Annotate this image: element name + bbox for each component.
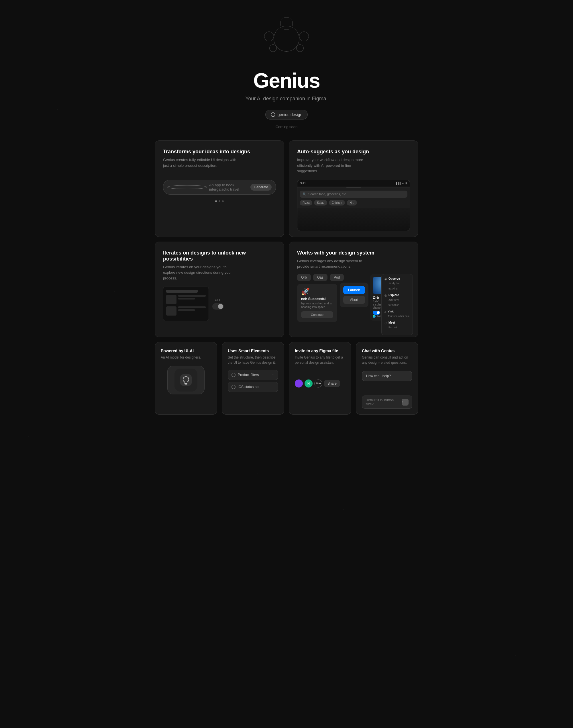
mock-line-4 [178,309,195,311]
uiai-logo [174,369,197,391]
visit-icon: ⌂ [384,310,386,313]
features-grid: Transforms your ideas into designs Geniu… [155,140,418,337]
invite-desc: Invite Genius to any file to get a perso… [295,355,345,365]
rocket-icon: 🚀 [301,288,333,296]
element-item-status: iOS status bar ⋯ [228,382,278,392]
mock-line-1 [178,295,206,297]
coming-soon-label: Coming soon [155,125,418,129]
toggle-area: OFF [212,298,224,309]
hero-subtitle: Your AI design companion in Figma. [155,96,418,102]
feature-desc-auto: Improve your workflow and design more ef… [297,157,372,174]
phone-content-area [297,208,410,231]
avatar-purple [295,380,303,388]
continue-button[interactable]: Continue [301,311,333,318]
toggle-on[interactable] [373,311,380,315]
hero-section: Genius Your AI design companion in Figma… [155,0,418,140]
avatar-you: You [314,380,322,388]
bottom-card-uiai: Powered by UI-AI An AI model for designe… [155,342,217,415]
phone-chips-row: Pizza Salad Chicken H... [297,200,410,208]
search-placeholder: Search food, groceries, etc. [308,192,347,196]
feature-card-auto: Auto-suggests as you design Improve your… [289,140,418,237]
launch-button[interactable]: Launch [343,286,365,294]
circle-right [299,32,309,41]
smart-desc: Set the structure, then describe the UI … [228,355,278,365]
chip-more: H... [347,200,357,205]
transform-input-mockup: An app to book intergalactic travel Gene… [163,180,276,195]
toggle-knob [218,304,223,309]
toggle-switch[interactable] [212,303,224,309]
iterate-mockup: OFF [163,287,276,321]
mock-lines-1 [178,295,206,304]
send-button[interactable]: ↑ [402,399,409,405]
generate-button[interactable]: Generate [250,184,272,191]
chip-chicken: Chicken [329,200,345,205]
input-placeholder-text: An app to book intergalactic travel [209,183,248,191]
uiai-logo-container [167,366,205,394]
phone-search-bar: 🔍 Search food, groceries, etc. [300,191,407,198]
battery-icon: ▮ [405,182,407,185]
sun-icon [271,112,275,117]
screen-preview [163,287,209,321]
mock-box-1 [166,295,176,304]
circle-xs-left [269,44,277,52]
feature-desc-transforms: Genius creates fully-editable UI designs… [163,157,238,168]
share-button[interactable]: Share [324,380,340,387]
invite-title: Invite to any Figma file [295,348,345,353]
feature-desc-design: Genius leverages any design system to pr… [297,258,372,270]
dot-3 [222,200,224,202]
mock-box-2 [166,306,176,316]
circle-left [264,32,274,41]
feature-title-auto: Auto-suggests as you design [297,149,410,155]
tab-pod[interactable]: Pod [330,274,344,281]
feature-desc-iterate: Genius iterates on your designs you to e… [163,264,238,281]
meet-icon: ◌ [384,321,387,325]
input-sun-icon [167,185,207,189]
feature-card-design: Works with your design system Genius lev… [289,242,418,337]
element-menu-icon-status[interactable]: ⋯ [270,385,274,389]
phone-mockup: 9:41 ▐▐▐ ▲ ▮ 🔍 Search food, groceries, e… [297,180,410,231]
sidebar-mini-panel: ◉ Observe Study the tracking. ◎ Explore … [381,274,413,335]
visit-text: Visit Tour spa other calc [387,310,409,318]
hero-decoration [261,17,312,63]
explore-text: Explore Journey t formation [388,293,410,307]
abort-button[interactable]: Abort [343,296,365,304]
phone-status-bar: 9:41 ▐▐▐ ▲ ▮ [297,180,410,187]
feature-title-design: Works with your design system [297,250,410,256]
chat-input-row[interactable]: Default iOS button size? ↑ [362,395,412,409]
tab-gas[interactable]: Gas [313,274,327,281]
bottom-card-chat: Chat with Genius Genius can consult and … [356,342,418,415]
feature-title-iterate: Iterates on designs to unlock new possib… [163,250,276,262]
sidebar-meet: ◌ Meet Focquè [384,321,410,329]
feature-card-transforms: Transforms your ideas into designs Geniu… [155,140,284,237]
element-item-filters: Product filters ⋯ [228,370,278,380]
mock-line-3 [178,306,206,308]
feature-card-iterate: Iterates on designs to unlock new possib… [155,242,284,337]
circle-arc [274,26,299,52]
signal-icon: ▐▐▐ [395,182,401,185]
chip-salad: Salad [314,200,327,205]
link-text: genius.design [278,112,302,117]
sidebar-explore: ◎ Explore Journey t formation [384,293,410,307]
bottom-card-smart: Uses Smart Elements Set the structure, t… [222,342,284,415]
element-left-status: iOS status bar [231,385,260,389]
element-left-filters: Product filters [231,373,259,377]
send-icon: ↑ [402,400,409,404]
mock-lines-2 [178,306,206,316]
mock-row-1 [166,295,206,304]
element-sun-icon-filters [231,373,236,377]
smart-title: Uses Smart Elements [228,348,278,353]
chip-pizza: Pizza [300,200,312,205]
website-link[interactable]: genius.design [265,110,308,119]
design-mockup: Orb Gas Pod 🚀 nch Successful hip was lau… [297,274,410,331]
element-menu-icon-filters[interactable]: ⋯ [270,373,274,377]
dot-1 [215,200,217,202]
toggle-off-label: OFF [215,298,221,301]
feature-title-transforms: Transforms your ideas into designs [163,149,276,155]
action-panel: Launch Abort [340,283,368,307]
bottom-card-invite: Invite to any Figma file Invite Genius t… [289,342,351,415]
chat-desc: Genius can consult and act on any design… [362,355,412,365]
mock-line-2 [178,298,195,299]
tab-orb[interactable]: Orb [297,274,311,281]
phone-time: 9:41 [300,182,306,185]
element-sun-icon-status [231,385,236,389]
